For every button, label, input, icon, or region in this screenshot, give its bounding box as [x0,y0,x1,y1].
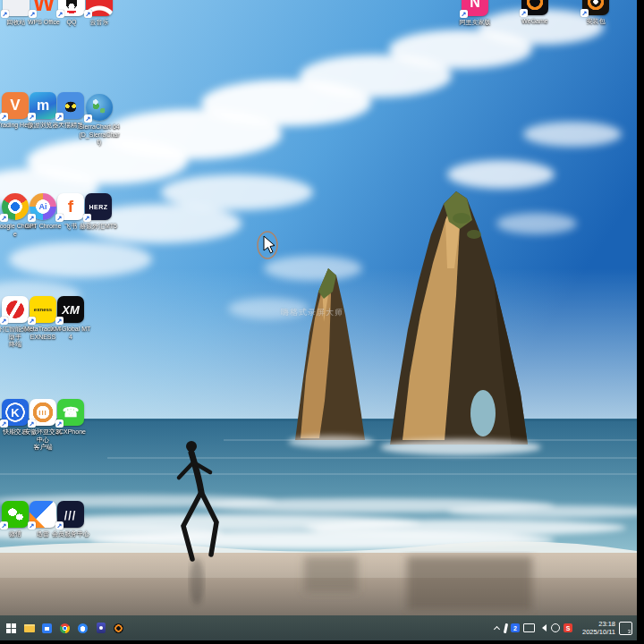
clock-date: 2025/10/11 [576,628,615,636]
shortcut-arrow-icon: ↗ [28,521,36,530]
desktop-icon-aliseller[interactable]: N ↗ 阿里卖家版 [462,0,488,16]
shortcut-arrow-icon: ↗ [83,214,91,222]
desktop-icon-xunlei[interactable]: ↗ 迅雷 [30,501,56,528]
shortcut-arrow-icon: ↗ [1,10,9,18]
desktop-icon-huanya[interactable]: lll ↗ 安徽环亚交易中心 客户端 [30,399,56,426]
icon-label: 阿里卖家版 [454,19,496,27]
shortcut-arrow-icon: ↗ [0,214,8,222]
shortcut-arrow-icon: ↗ [0,521,8,530]
app-icon: Ai ↗ [30,193,56,220]
desktop-icon-gptchrome[interactable]: Ai ↗ GPT Chrome [30,193,56,220]
app-icon: ↗ [582,0,609,15]
tray-clock[interactable]: 23:18 2025/10/11 [576,620,615,636]
taskbar-button-chrome[interactable] [58,619,72,637]
app-icon: W ↗ [30,0,57,16]
desktop-icons: ↗ 回收站 W ↗ WPS Office ↗ QQ ↗ 云音乐 [0,0,637,615]
app-icon: V ↗ [2,92,29,119]
shortcut-arrow-icon: ↗ [55,113,64,121]
app-icon: XM ↗ [57,296,84,323]
hidden-icons-chevron-icon[interactable] [494,624,501,631]
taskbar-button-icon [6,623,11,628]
icon-label: XM Global MT4 [50,326,91,341]
desktop-icon-member[interactable]: ||| ↗ 会员服务中心 [57,501,84,528]
app-icon: ↗ [57,92,84,119]
desktop-icon-tradinghero[interactable]: V ↗ Trading Hero [2,92,29,119]
app-icon: ↗ [2,296,29,323]
app-icon: m ↗ [30,92,56,119]
tray-plug-icon[interactable] [551,623,560,632]
taskbar-button-qq[interactable] [76,619,89,637]
icon-label: 安装包 [575,18,616,26]
desktop-icon-sierra[interactable]: ↗ SierraChart 64 (D_SierraChart) [86,94,113,121]
shortcut-arrow-icon: ↗ [55,214,64,222]
clock-time: 23:18 [576,620,615,628]
tray-volume-icon[interactable] [538,623,547,632]
taskbar-button-wegame[interactable] [112,619,125,637]
shortcut-arrow-icon: ↗ [0,317,8,325]
desktop-icon-installer[interactable]: ↗ 安装包 [582,0,609,15]
desktop-icon-qq[interactable]: ↗ QQ [58,0,85,16]
desktop: 嗨格式录屏大师 ↗ 回收站 W ↗ WPS Office ↗ QQ [0,0,637,640]
shortcut-arrow-icon: ↗ [55,317,64,325]
desktop-icon-wegame[interactable]: ↗ WeGame [521,0,548,15]
taskbar-button-recorder[interactable] [94,619,107,637]
notification-icon[interactable]: 3 [619,622,632,635]
notification-badge: 3 [628,629,631,634]
taskbar-button-start[interactable] [4,619,18,637]
taskbar-button-store[interactable] [40,619,54,637]
taskbar-button-icon [42,623,52,633]
taskbar-button-explorer[interactable] [22,619,36,637]
shortcut-arrow-icon: ↗ [28,214,36,222]
taskbar-button-icon [114,623,123,633]
system-tray: 2 S 23:18 2025/10/11 3 [494,620,637,636]
mouse-cursor [254,225,284,265]
desktop-icon-mt4exness[interactable]: exness ↗ MetaTrader 4 EXNESS [30,296,56,323]
tray-dict-icon[interactable]: 2 [511,623,520,632]
app-icon: f ↗ [57,193,84,220]
desktop-icon-wps[interactable]: W ↗ WPS Office [30,0,57,16]
shortcut-arrow-icon: ↗ [84,10,92,18]
desktop-icon-herz[interactable]: HERZ ↗ 赫兹外汇MT5 [85,193,112,220]
taskbar-button-icon [97,623,106,633]
icon-label: 3CXPhone [50,428,91,436]
icon-label: 会员服务中心 [50,530,91,538]
shortcut-arrow-icon: ↗ [56,10,64,18]
desktop-icon-recycle[interactable]: ↗ 回收站 [3,0,30,16]
app-icon: ↗ [58,0,85,16]
taskbar-buttons [0,619,125,637]
app-icon: ↗ [521,0,548,15]
taskbar-button-icon [24,624,35,632]
app-icon: ||| ↗ [57,501,84,528]
tray-sogou-icon[interactable]: S [564,623,572,632]
shortcut-arrow-icon: ↗ [28,317,36,325]
icon-label: SierraChart 64 (D_SierraChart) [79,123,120,147]
shortcut-arrow-icon: ↗ [84,114,92,123]
desktop-icon-fxhelper[interactable]: ↗ 外汇智能分析助手 终端 [2,296,29,323]
shortcut-arrow-icon: ↗ [29,10,37,18]
icon-label: WeGame [514,18,555,26]
tray-display-icon[interactable] [523,623,535,632]
shortcut-arrow-icon: ↗ [0,113,8,121]
app-icon: ↗ [86,0,113,16]
shortcut-arrow-icon: ↗ [28,113,36,121]
desktop-icon-wechat[interactable]: ↗ 微信 [2,501,29,528]
shortcut-arrow-icon: ↗ [520,9,528,17]
app-icon: ↗ [2,501,29,528]
cursor-arrow-icon [264,236,275,253]
desktop-icon-threecx[interactable]: ☎ ↗ 3CXPhone [57,399,84,426]
shortcut-arrow-icon: ↗ [55,419,64,428]
desktop-icon-chrome[interactable]: ↗ Google Chrome [2,193,29,220]
desktop-icon-tmall[interactable]: ↗ 天猫精灵 [57,92,84,119]
desktop-icon-feishu[interactable]: f ↗ 飞书 [57,193,84,220]
desktop-icon-xm[interactable]: XM ↗ XM Global MT4 [57,296,84,323]
shortcut-arrow-icon: ↗ [28,419,36,428]
shortcut-arrow-icon: ↗ [55,521,64,530]
taskbar-button-icon [78,623,88,633]
desktop-icon-maxthon[interactable]: m ↗ 傲游浏览器 [30,92,56,119]
desktop-icon-music[interactable]: ↗ 云音乐 [86,0,113,16]
app-icon: ↗ [30,501,56,528]
taskbar: 2 S 23:18 2025/10/11 3 [0,615,637,640]
app-icon: N ↗ [462,0,488,16]
desktop-icon-kuaiqi[interactable]: K ↗ 快期交易 [2,399,29,426]
tray-pen-icon[interactable] [504,623,508,632]
